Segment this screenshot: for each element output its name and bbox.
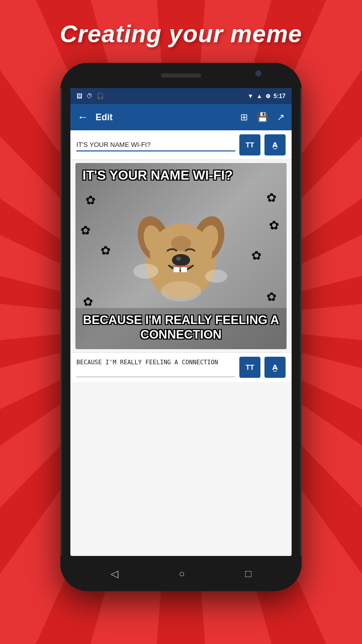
leaf-decor-4: ✿ xyxy=(269,218,279,232)
status-image-icon: 🖼 xyxy=(76,93,82,100)
phone-nav-bar: ◁ ○ □ xyxy=(60,556,302,591)
dog-image xyxy=(131,206,231,306)
text-format-icon: TT xyxy=(245,141,254,149)
speaker xyxy=(161,73,201,77)
nav-recent-button[interactable]: □ xyxy=(245,568,251,580)
leaf-decor-8: ✿ xyxy=(251,249,261,263)
battery-icon: ⊕ xyxy=(265,93,270,100)
svg-point-24 xyxy=(150,224,212,283)
meme-canvas: IT'S YOUR NAME WI-FI? ✿ ✿ ✿ ✿ ✿ ✿ ✿ ✿ xyxy=(75,163,287,349)
svg-rect-28 xyxy=(173,267,179,272)
phone-screen: 🖼 ⏱ 🎧 ▼ ▲ ⊕ 5:17 ← Edit ⊞ 💾 ↗ xyxy=(70,88,292,556)
status-notif-icon: 🎧 xyxy=(97,93,104,100)
meme-bottom-text: BECAUSE I'M REALLY FEELING A CONNECTION xyxy=(75,308,287,349)
status-bar: 🖼 ⏱ 🎧 ▼ ▲ ⊕ 5:17 xyxy=(70,88,292,104)
meme-container: IT'S YOUR NAME WI-FI? ✿ ✿ ✿ ✿ ✿ ✿ ✿ ✿ xyxy=(75,163,287,349)
app-bar: ← Edit ⊞ 💾 ↗ xyxy=(70,104,292,130)
wifi-icon: ▼ xyxy=(247,93,253,100)
share-button[interactable]: ↗ xyxy=(277,112,285,123)
save-button[interactable]: 💾 xyxy=(257,112,268,123)
page-title: Creating your meme xyxy=(60,20,302,48)
svg-rect-29 xyxy=(181,267,187,272)
phone-top xyxy=(60,63,302,88)
status-right: ▼ ▲ ⊕ 5:17 xyxy=(247,93,286,100)
top-text-input[interactable] xyxy=(76,139,235,151)
top-text-format-button[interactable]: TT xyxy=(239,134,260,155)
meme-top-text: IT'S YOUR NAME WI-FI? xyxy=(75,163,287,188)
leaf-decor-1: ✿ xyxy=(85,193,96,207)
top-text-color-button[interactable]: A̲ xyxy=(264,134,286,155)
bottom-text-format-icon: TT xyxy=(245,363,254,371)
leaf-decor-5: ✿ xyxy=(83,295,93,309)
svg-point-31 xyxy=(205,270,227,283)
app-bar-title: Edit xyxy=(96,112,240,123)
bottom-text-color-button[interactable]: A̲ xyxy=(264,357,286,378)
back-button[interactable]: ← xyxy=(77,111,88,124)
crop-button[interactable]: ⊞ xyxy=(240,112,248,123)
bottom-text-color-icon: A̲ xyxy=(273,363,278,371)
front-camera xyxy=(255,70,261,76)
leaf-decor-2: ✿ xyxy=(266,191,277,205)
text-color-icon: A̲ xyxy=(273,141,278,149)
svg-point-30 xyxy=(133,264,158,279)
status-left-icons: 🖼 ⏱ 🎧 xyxy=(76,93,104,100)
nav-back-button[interactable]: ◁ xyxy=(111,568,118,580)
bottom-text-input[interactable] xyxy=(76,357,235,377)
top-text-input-row: TT A̲ xyxy=(70,130,292,160)
leaf-decor-7: ✿ xyxy=(101,244,111,258)
svg-point-26 xyxy=(172,254,190,266)
nav-home-button[interactable]: ○ xyxy=(178,568,185,580)
status-time: 5:17 xyxy=(274,93,286,100)
leaf-decor-3: ✿ xyxy=(80,223,90,237)
bottom-text-format-button[interactable]: TT xyxy=(239,357,260,378)
status-clock-icon: ⏱ xyxy=(86,93,93,100)
leaf-decor-6: ✿ xyxy=(266,290,277,304)
bottom-text-input-row: TT A̲ xyxy=(70,352,292,382)
svg-point-32 xyxy=(161,281,201,301)
app-bar-actions: ⊞ 💾 ↗ xyxy=(240,112,285,123)
signal-icon: ▲ xyxy=(256,93,262,100)
svg-point-27 xyxy=(176,257,181,261)
phone-shell: 🖼 ⏱ 🎧 ▼ ▲ ⊕ 5:17 ← Edit ⊞ 💾 ↗ xyxy=(60,63,302,591)
content-area: TT A̲ IT'S YOUR NAME WI-FI? ✿ ✿ ✿ ✿ ✿ ✿ xyxy=(70,130,292,556)
